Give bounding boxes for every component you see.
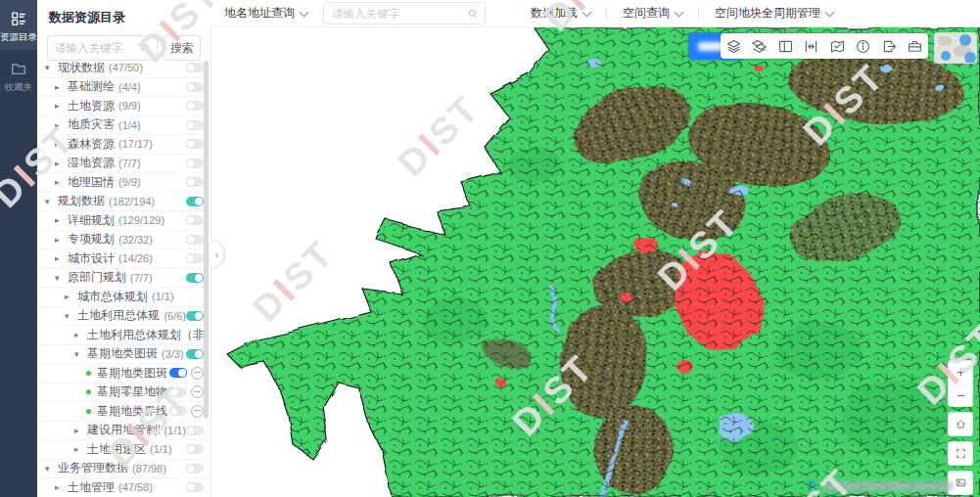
keyword-search-input[interactable]: [53, 41, 139, 55]
expand-closed-icon[interactable]: ▸: [55, 177, 68, 187]
expand-closed-icon[interactable]: ▸: [65, 292, 77, 301]
layer-toggle[interactable]: [186, 82, 204, 92]
layer-toggle[interactable]: [186, 273, 204, 283]
expand-closed-icon[interactable]: ▸: [55, 158, 68, 168]
tree-row[interactable]: 基期零星地物: [37, 384, 210, 403]
layer-toggle[interactable]: [186, 482, 204, 492]
expand-open-icon[interactable]: ▾: [45, 197, 58, 206]
layer-toggle[interactable]: [186, 197, 204, 206]
layer-toggle[interactable]: [186, 120, 204, 130]
layer-toggle[interactable]: [169, 387, 187, 397]
layer-toggle[interactable]: [169, 406, 187, 416]
toolbox-icon[interactable]: [907, 38, 923, 55]
tree-node-label: 地理国情: [68, 174, 115, 191]
tree-row[interactable]: ▸森林资源(17/17): [37, 135, 210, 155]
tree-node-count: (6/6): [163, 310, 186, 322]
swipe-icon[interactable]: [803, 38, 819, 55]
expand-closed-icon[interactable]: ▸: [74, 444, 87, 454]
expand-closed-icon[interactable]: ▸: [55, 120, 68, 130]
tree-node-count: (1/1): [150, 443, 172, 455]
tree-row[interactable]: ▸建设用地管制区(1/1): [37, 422, 210, 441]
layer-toggle[interactable]: [186, 349, 204, 359]
split-view-icon[interactable]: [777, 38, 794, 55]
tree-node-count: (14/26): [118, 252, 153, 264]
expand-closed-icon[interactable]: ▸: [55, 235, 68, 245]
layer-toggle[interactable]: [186, 139, 204, 149]
expand-open-icon[interactable]: ▾: [65, 311, 77, 321]
tree-row[interactable]: ▸地质灾害(1/4): [37, 116, 210, 136]
home-button[interactable]: [949, 413, 972, 435]
layer-toggle[interactable]: [169, 368, 187, 378]
expand-closed-icon[interactable]: ▸: [55, 82, 68, 92]
menu-place-address-query[interactable]: 地名地址查询: [224, 5, 307, 22]
layer-group-icon[interactable]: [751, 38, 768, 55]
tree-row[interactable]: ▾规划数据(182/194): [37, 193, 210, 212]
tree-row[interactable]: ▸城市设计(14/26): [37, 249, 210, 269]
layer-toggle[interactable]: [186, 158, 204, 168]
layer-toggle[interactable]: [186, 101, 204, 111]
search-icon: [467, 8, 479, 20]
layer-toggle[interactable]: [186, 177, 204, 187]
extent-button[interactable]: [949, 442, 972, 465]
tree-row[interactable]: ▸土地用途区(1/1): [37, 440, 210, 460]
info-icon[interactable]: [855, 38, 871, 55]
expand-open-icon[interactable]: ▾: [45, 464, 58, 474]
map-canvas[interactable]: [210, 27, 980, 497]
search-button[interactable]: 搜索: [163, 35, 201, 61]
expand-open-icon[interactable]: ▾: [55, 273, 68, 283]
tree-row[interactable]: ▸地理国情(9/9): [37, 173, 210, 193]
zoom-in-button[interactable]: [949, 361, 972, 384]
tree-row[interactable]: ▾基期地类图斑(3/3): [37, 345, 210, 365]
layer-toggle[interactable]: [186, 215, 204, 225]
layer-toggle[interactable]: [186, 311, 204, 321]
expand-closed-icon[interactable]: ▸: [74, 330, 87, 339]
expand-open-icon[interactable]: ▾: [74, 349, 87, 359]
basemap-check-icon[interactable]: [829, 38, 846, 55]
minus-circle-icon[interactable]: [191, 385, 204, 398]
tree-row[interactable]: 基期地类界线: [37, 402, 210, 422]
layer-toggle[interactable]: [186, 464, 204, 474]
minus-circle-icon[interactable]: [191, 367, 204, 380]
layer-toggle[interactable]: [186, 253, 204, 263]
minus-circle-icon[interactable]: [191, 405, 204, 418]
layer-toggle[interactable]: [186, 235, 204, 245]
tree-node-label: 原部门规划: [68, 269, 126, 286]
sidebar-item-resource-catalog[interactable]: 资源目录: [0, 0, 37, 50]
tree-row[interactable]: ▾业务管理数据(87/98): [37, 460, 210, 479]
tree-row[interactable]: ▸城市总体规划(1/1): [37, 288, 210, 307]
tree-row[interactable]: ▸土地资源(9/9): [37, 97, 210, 116]
tree-row[interactable]: 基期地类图斑: [37, 364, 210, 384]
tree-row[interactable]: ▸土地管理(47/58): [37, 478, 210, 497]
menu-spatial-query[interactable]: 空间查询: [623, 5, 682, 22]
tree-row[interactable]: ▾土地利用总体规划(6/6): [37, 307, 210, 327]
sidebar-item-favorites[interactable]: 收藏夹: [0, 50, 37, 100]
zoom-out-button[interactable]: [949, 384, 972, 406]
topbar-search-box: [323, 2, 486, 24]
layers-icon[interactable]: [725, 38, 742, 55]
expand-open-icon[interactable]: ▾: [45, 63, 58, 72]
tree-row[interactable]: ▾原部门规划(7/7): [37, 269, 210, 289]
tree-row[interactable]: ▾现状数据(47/50): [37, 59, 210, 78]
expand-closed-icon[interactable]: ▸: [55, 215, 68, 225]
expand-closed-icon[interactable]: ▸: [55, 482, 68, 492]
tree-row[interactable]: ▸土地利用总体规划（非空间专...: [37, 326, 210, 345]
menu-data-load[interactable]: 数据加载: [531, 5, 590, 22]
tree-row[interactable]: ▸湿地资源(7/7): [37, 155, 210, 174]
menu-parcel-lifecycle[interactable]: 空间地块全周期管理: [715, 5, 833, 22]
layer-toggle[interactable]: [186, 63, 204, 72]
expand-closed-icon[interactable]: ▸: [74, 426, 87, 435]
layer-toggle[interactable]: [186, 444, 204, 454]
search-icon[interactable]: [806, 479, 818, 492]
tree-row[interactable]: ▸专项规划(32/32): [37, 231, 210, 250]
tree-scrollbar[interactable]: [204, 61, 209, 419]
layer-toggle[interactable]: [186, 426, 204, 435]
tree-row[interactable]: ▸基础测绘(4/4): [37, 78, 210, 98]
basemap-thumbnail[interactable]: [934, 32, 977, 64]
topbar-search-input[interactable]: [330, 7, 467, 21]
expand-closed-icon[interactable]: ▸: [55, 253, 68, 263]
tree-node-count: (1/4): [118, 119, 141, 131]
expand-closed-icon[interactable]: ▸: [55, 101, 68, 111]
export-icon[interactable]: [881, 38, 898, 55]
tree-row[interactable]: ▸详细规划(129/129): [37, 211, 210, 231]
expand-closed-icon[interactable]: ▸: [55, 139, 68, 149]
